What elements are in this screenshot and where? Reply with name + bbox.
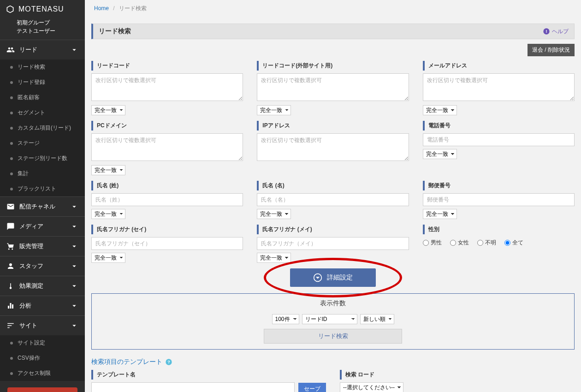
select-count[interactable]: 100件 [272, 314, 299, 324]
chevron-down-icon [70, 321, 78, 330]
input-template-name[interactable] [91, 382, 295, 392]
radio-unknown[interactable]: 不明 [477, 239, 496, 247]
label-lastname: 氏名 (姓) [91, 181, 243, 190]
label-lead-code-ext: リードコード(外部サイト用) [257, 61, 409, 71]
chevron-down-icon [70, 202, 78, 211]
users-icon [6, 46, 15, 54]
chart-icon [6, 302, 15, 310]
label-pc-domain: PCドメイン [91, 121, 243, 131]
help-icon: ! [543, 28, 550, 35]
label-gender: 性別 [423, 225, 575, 234]
match-firstname-kana[interactable]: 完全一致 [257, 253, 291, 263]
match-lastname[interactable]: 完全一致 [91, 209, 125, 219]
radio-all[interactable]: 全て [504, 239, 523, 247]
sub-segment[interactable]: セグメント [0, 105, 85, 120]
nav-effect[interactable]: 効果測定 [0, 276, 85, 296]
chevron-circle-down-icon [313, 273, 322, 282]
svg-text:?: ? [167, 360, 170, 364]
user-group: 初期グループ [17, 18, 77, 27]
nav-site[interactable]: サイト [0, 315, 85, 335]
breadcrumb-home[interactable]: Home [94, 5, 109, 12]
brand-label: MOTENASU [18, 5, 64, 13]
match-firstname[interactable]: 完全一致 [257, 209, 291, 219]
select-template-load[interactable]: --選択してください-- [340, 382, 403, 392]
sub-custom[interactable]: カスタム項目(リード) [0, 120, 85, 136]
input-pc-domain[interactable] [91, 133, 243, 161]
input-ip[interactable] [257, 133, 409, 161]
label-ip: IPアドレス [257, 121, 409, 131]
nav-channel[interactable]: 配信チャネル [0, 196, 85, 216]
nav-analysis[interactable]: 分析 [0, 296, 85, 315]
user-block: 初期グループ テストユーザー [0, 18, 85, 40]
sub-aggregate[interactable]: 集計 [0, 166, 85, 181]
input-lead-code[interactable] [91, 73, 243, 101]
radio-female[interactable]: 女性 [450, 239, 469, 247]
status-button[interactable]: 退会 / 削除状況 [528, 44, 575, 56]
sub-lead-search[interactable]: リード検索 [0, 59, 85, 75]
label-template-name: テンプレート名 [91, 370, 326, 380]
breadcrumb-current: リード検索 [119, 5, 147, 12]
logout-button[interactable]: ログアウト [7, 387, 77, 392]
chevron-down-icon [70, 282, 78, 290]
sub-stage-count[interactable]: ステージ別リード数 [0, 151, 85, 166]
label-firstname-kana: 氏名フリガナ (メイ) [257, 225, 409, 234]
thermometer-icon [6, 282, 15, 290]
label-lead-code: リードコード [91, 61, 243, 71]
nav-lead-submenu: リード検索 リード登録 匿名顧客 セグメント カスタム項目(リード) ステージ … [0, 59, 85, 196]
match-pc-domain[interactable]: 完全一致 [91, 165, 125, 175]
radio-male[interactable]: 男性 [423, 239, 442, 247]
sub-anon[interactable]: 匿名顧客 [0, 90, 85, 105]
lead-search-button[interactable]: リード検索 [264, 329, 402, 344]
input-lead-code-ext[interactable] [257, 73, 409, 101]
question-icon[interactable]: ? [165, 358, 172, 366]
main: Home / リード検索 リード検索 ! ヘルプ 退会 / 削除状況 リードコー… [85, 0, 581, 392]
input-phone[interactable] [423, 133, 575, 146]
input-firstname[interactable] [257, 193, 409, 206]
input-firstname-kana[interactable] [257, 237, 409, 250]
chevron-down-icon [70, 46, 78, 54]
label-phone: 電話番号 [423, 121, 575, 131]
nav-staff[interactable]: スタッフ [0, 256, 85, 276]
nav-site-submenu: サイト設定 CSV操作 アクセス制限 [0, 335, 85, 381]
display-settings: 表示件数 100件 リードID 新しい順 リード検索 [91, 293, 575, 350]
staff-icon [6, 262, 15, 270]
chevron-down-icon [70, 242, 78, 250]
select-order[interactable]: 新しい順 [360, 314, 394, 324]
sidebar: MOTENASU 初期グループ テストユーザー リード リード検索 リード登録 … [0, 0, 85, 392]
input-lastname[interactable] [91, 193, 243, 206]
match-lead-code[interactable]: 完全一致 [91, 105, 125, 115]
match-lastname-kana[interactable]: 完全一致 [91, 253, 125, 263]
select-sort[interactable]: リードID [302, 314, 357, 324]
display-title: 表示件数 [97, 299, 569, 308]
cart-icon [6, 242, 15, 250]
sub-lead-register[interactable]: リード登録 [0, 75, 85, 90]
save-button[interactable]: セーブ [298, 383, 326, 392]
match-postal[interactable]: 完全一致 [423, 209, 457, 219]
page-title: リード検索 [99, 27, 131, 36]
sub-blacklist[interactable]: ブラックリスト [0, 181, 85, 196]
detail-settings-button[interactable]: 詳細設定 [290, 268, 376, 287]
input-email[interactable] [423, 73, 575, 101]
nav-lead[interactable]: リード [0, 40, 85, 59]
page-header: リード検索 ! ヘルプ [91, 24, 575, 39]
input-postal[interactable] [423, 193, 575, 206]
logo-icon [6, 5, 15, 14]
help-link[interactable]: ! ヘルプ [543, 28, 569, 36]
label-email: メールアドレス [423, 61, 575, 71]
match-phone[interactable]: 完全一致 [423, 149, 457, 159]
chevron-down-icon [70, 302, 78, 310]
label-firstname: 氏名 (名) [257, 181, 409, 190]
mail-icon [6, 202, 15, 211]
nav-sales[interactable]: 販売管理 [0, 236, 85, 256]
search-form: リードコード 完全一致 リードコード(外部サイト用) 完全一致 メールアドレス … [85, 61, 581, 263]
nav-media[interactable]: メディア [0, 216, 85, 236]
sub-stage[interactable]: ステージ [0, 136, 85, 151]
match-lead-code-ext[interactable]: 完全一致 [257, 105, 291, 115]
sub-access[interactable]: アクセス制限 [0, 366, 85, 381]
sub-csv[interactable]: CSV操作 [0, 350, 85, 366]
match-email[interactable]: 完全一致 [423, 105, 457, 115]
input-lastname-kana[interactable] [91, 237, 243, 250]
sub-site-settings[interactable]: サイト設定 [0, 335, 85, 350]
template-section-title: 検索項目のテンプレート ? [85, 356, 581, 370]
brand: MOTENASU [0, 0, 85, 18]
